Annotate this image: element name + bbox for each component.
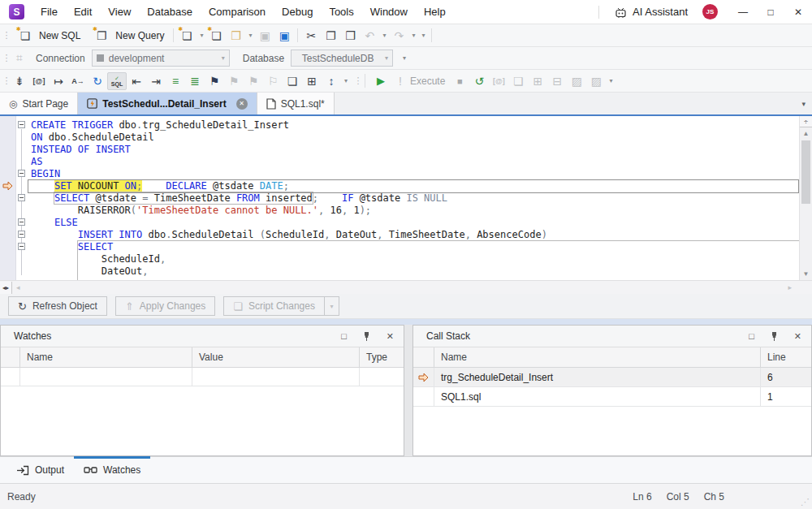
split-editor-horizontal-handle[interactable]: ◂▸: [0, 282, 12, 294]
apply-changes-button[interactable]: ⇑ Apply Changes: [115, 296, 215, 316]
pin-panel-icon[interactable]: [771, 331, 778, 341]
open-file-icon[interactable]: ❒: [226, 27, 245, 45]
schema-diagram-icon[interactable]: ⊟: [547, 72, 567, 90]
ai-assistant-button[interactable]: AI Assistant: [607, 0, 694, 24]
column-header-name[interactable]: Name: [20, 347, 192, 367]
close-panel-icon[interactable]: ✕: [794, 331, 801, 342]
horizontal-splitter[interactable]: [0, 319, 812, 325]
paste-icon[interactable]: ❒: [340, 27, 360, 45]
split-editor-handle[interactable]: ÷: [800, 116, 812, 127]
code-line[interactable]: BEGIN: [0, 168, 799, 180]
fold-collapse-icon[interactable]: [18, 194, 25, 201]
new-sql-button[interactable]: ❏✱New SQL: [10, 27, 86, 45]
tab-output[interactable]: Output: [6, 457, 74, 483]
maximize-button[interactable]: □: [757, 0, 784, 24]
menu-view[interactable]: View: [100, 0, 139, 24]
toolbar-overflow-icon[interactable]: ▾: [606, 77, 615, 84]
goto-declaration-icon[interactable]: ↦: [49, 72, 68, 90]
fold-collapse-icon[interactable]: [18, 231, 25, 238]
menu-database[interactable]: Database: [139, 0, 201, 24]
fold-collapse-icon[interactable]: [18, 121, 25, 128]
close-tab-icon[interactable]: ✕: [236, 98, 248, 110]
undo-dropdown-icon[interactable]: ▾: [379, 32, 389, 39]
frame-name[interactable]: SQL1.sql: [434, 387, 761, 406]
scroll-right-icon[interactable]: ▸: [784, 283, 796, 291]
chart-icon[interactable]: ▨: [567, 72, 586, 90]
cut-icon[interactable]: ✂: [301, 27, 321, 45]
tab-trigger-editor[interactable]: TestSchedul...Detail_Insert✕: [78, 93, 257, 114]
validate-sql-icon[interactable]: ✓SQL: [107, 72, 127, 90]
code-line[interactable]: RAISERROR('TimeSheetDate cannot be NULL.…: [0, 205, 799, 217]
maximize-panel-icon[interactable]: □: [341, 331, 347, 341]
minimize-button[interactable]: —: [729, 0, 757, 24]
open-file-dropdown-icon[interactable]: ▾: [245, 32, 255, 39]
code-line[interactable]: INSERT INTO dbo.ScheduleDetail (Schedule…: [0, 229, 799, 241]
close-button[interactable]: ✕: [784, 0, 812, 24]
outdent-icon[interactable]: ⇤: [127, 72, 146, 90]
next-bookmark-icon[interactable]: ⚑: [244, 72, 263, 90]
column-header-type[interactable]: Type: [360, 347, 404, 367]
call-stack-row[interactable]: SQL1.sql1: [413, 387, 811, 407]
toolbar-overflow-icon[interactable]: ▾: [418, 32, 428, 39]
code-line[interactable]: AS: [0, 156, 799, 168]
tab-start-page[interactable]: ◎Start Page: [0, 93, 78, 114]
execute-button[interactable]: Execute: [410, 75, 450, 87]
sort-icon[interactable]: ↕: [322, 72, 341, 90]
resize-grip[interactable]: ⋰: [801, 497, 810, 507]
refresh-icon[interactable]: ↻: [88, 72, 107, 90]
bookmark-icon[interactable]: ⚑: [205, 72, 224, 90]
fold-collapse-icon[interactable]: [18, 218, 25, 226]
menu-comparison[interactable]: Comparison: [201, 0, 274, 24]
tab-list-dropdown-icon[interactable]: ▾: [795, 100, 812, 108]
code-line[interactable]: ELSE: [0, 217, 799, 229]
tab-sql1[interactable]: SQL1.sql*: [257, 93, 335, 114]
code-line[interactable]: INSTEAD OF INSERT: [0, 144, 799, 156]
new-file-icon[interactable]: ❏✱: [206, 27, 226, 45]
code-line[interactable]: ON dbo.ScheduleDetail: [0, 132, 799, 144]
scrollbar-thumb[interactable]: [801, 140, 810, 204]
copy-icon[interactable]: ❐: [321, 27, 340, 45]
generate-script-icon[interactable]: ⊞: [528, 72, 547, 90]
connection-select[interactable]: development ▾: [92, 50, 230, 67]
column-header-line[interactable]: Line: [761, 347, 811, 367]
find-object-icon[interactable]: [@]: [29, 72, 49, 90]
code-editor[interactable]: CREATE TRIGGER dbo.trg_ScheduleDetail_In…: [0, 116, 812, 280]
call-stack-row[interactable]: trg_ScheduleDetail_Insert6: [413, 368, 811, 387]
format-selection-icon[interactable]: ≣: [185, 72, 205, 90]
menu-debug[interactable]: Debug: [274, 0, 321, 24]
fold-collapse-icon[interactable]: [18, 243, 25, 250]
scroll-down-icon[interactable]: ▼: [800, 269, 812, 280]
undo-icon[interactable]: ↶: [360, 27, 379, 45]
code-line[interactable]: CREATE TRIGGER dbo.trg_ScheduleDetail_In…: [0, 119, 799, 132]
indent-icon[interactable]: ⇥: [146, 72, 166, 90]
outline-navigate-icon[interactable]: ⇟: [10, 72, 29, 90]
edit-object-icon[interactable]: [@]: [489, 72, 508, 90]
script-changes-button[interactable]: ❏ Script Changes: [223, 296, 325, 316]
menu-tools[interactable]: Tools: [321, 0, 361, 24]
close-panel-icon[interactable]: ✕: [387, 331, 394, 342]
save-all-icon[interactable]: ▣: [274, 27, 294, 45]
code-line[interactable]: SELECT @tsdate = TimeSheetDate FROM inse…: [0, 192, 799, 205]
validate-document-icon[interactable]: ❏: [283, 72, 302, 90]
query-structure-icon[interactable]: ⊞: [302, 72, 322, 90]
save-icon[interactable]: ▣: [255, 27, 274, 45]
maximize-panel-icon[interactable]: □: [749, 331, 754, 341]
scroll-up-icon[interactable]: ▲: [800, 128, 812, 140]
clear-bookmarks-icon[interactable]: ⚐: [263, 72, 283, 90]
fold-collapse-icon[interactable]: [18, 170, 25, 177]
menu-edit[interactable]: Edit: [66, 0, 100, 24]
edit-script-icon[interactable]: ❏: [508, 72, 528, 90]
stop-icon[interactable]: ■: [450, 72, 469, 90]
chart-export-icon[interactable]: ▨: [586, 72, 606, 90]
pin-panel-icon[interactable]: [363, 331, 370, 341]
script-changes-dropdown-icon[interactable]: ▾: [325, 296, 339, 316]
new-document-icon[interactable]: ❏✱: [177, 27, 197, 45]
column-header-value[interactable]: Value: [192, 347, 360, 367]
vertical-scrollbar[interactable]: ÷ ▲ ▼: [799, 116, 812, 280]
format-document-icon[interactable]: ≡: [166, 72, 185, 90]
new-query-button[interactable]: ❐✱New Query: [86, 27, 170, 45]
database-select[interactable]: TestScheduleDB ▾: [291, 50, 393, 67]
sort-dropdown-icon[interactable]: ▾: [341, 77, 351, 84]
rename-icon[interactable]: A→: [68, 72, 88, 90]
menu-window[interactable]: Window: [362, 0, 416, 24]
